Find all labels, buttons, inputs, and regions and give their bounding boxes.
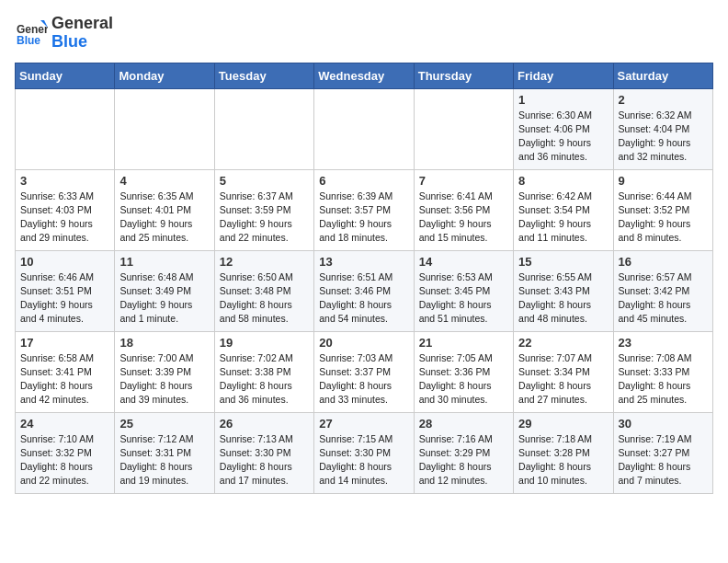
col-header-tuesday: Tuesday <box>214 63 313 88</box>
col-header-wednesday: Wednesday <box>314 63 414 88</box>
day-cell: 24Sunrise: 7:10 AM Sunset: 3:32 PM Dayli… <box>16 412 115 493</box>
day-number: 19 <box>220 336 309 350</box>
day-number: 16 <box>619 255 708 269</box>
day-cell: 30Sunrise: 7:19 AM Sunset: 3:27 PM Dayli… <box>613 412 712 493</box>
day-cell: 4Sunrise: 6:35 AM Sunset: 4:01 PM Daylig… <box>115 169 214 250</box>
day-cell: 9Sunrise: 6:44 AM Sunset: 3:52 PM Daylig… <box>613 169 712 250</box>
week-row-3: 10Sunrise: 6:46 AM Sunset: 3:51 PM Dayli… <box>16 250 713 331</box>
week-row-2: 3Sunrise: 6:33 AM Sunset: 4:03 PM Daylig… <box>16 169 713 250</box>
day-info: Sunrise: 6:41 AM Sunset: 3:56 PM Dayligh… <box>419 190 508 246</box>
day-info: Sunrise: 6:53 AM Sunset: 3:45 PM Dayligh… <box>419 270 508 327</box>
day-cell: 3Sunrise: 6:33 AM Sunset: 4:03 PM Daylig… <box>16 169 115 250</box>
day-info: Sunrise: 7:02 AM Sunset: 3:38 PM Dayligh… <box>220 351 309 408</box>
col-header-friday: Friday <box>514 63 613 88</box>
day-info: Sunrise: 7:10 AM Sunset: 3:32 PM Dayligh… <box>20 432 109 488</box>
day-cell: 16Sunrise: 6:57 AM Sunset: 3:42 PM Dayli… <box>613 250 712 331</box>
day-cell: 7Sunrise: 6:41 AM Sunset: 3:56 PM Daylig… <box>414 169 513 250</box>
day-cell: 2Sunrise: 6:32 AM Sunset: 4:04 PM Daylig… <box>613 88 712 169</box>
day-info: Sunrise: 6:48 AM Sunset: 3:49 PM Dayligh… <box>119 270 209 327</box>
day-number: 24 <box>20 417 109 431</box>
day-number: 27 <box>319 417 408 431</box>
day-number: 2 <box>619 93 708 107</box>
day-cell: 25Sunrise: 7:12 AM Sunset: 3:31 PM Dayli… <box>115 412 214 493</box>
day-number: 14 <box>419 255 508 269</box>
day-info: Sunrise: 6:44 AM Sunset: 3:52 PM Dayligh… <box>619 190 708 246</box>
day-info: Sunrise: 7:18 AM Sunset: 3:28 PM Dayligh… <box>518 432 608 488</box>
calendar-table: SundayMondayTuesdayWednesdayThursdayFrid… <box>15 63 713 494</box>
day-number: 3 <box>20 174 109 188</box>
day-info: Sunrise: 7:08 AM Sunset: 3:33 PM Dayligh… <box>619 351 708 408</box>
day-number: 13 <box>319 255 408 269</box>
day-number: 10 <box>20 255 109 269</box>
col-header-monday: Monday <box>115 63 214 88</box>
day-info: Sunrise: 6:33 AM Sunset: 4:03 PM Dayligh… <box>20 190 109 246</box>
day-info: Sunrise: 6:51 AM Sunset: 3:46 PM Dayligh… <box>319 270 408 327</box>
day-cell: 5Sunrise: 6:37 AM Sunset: 3:59 PM Daylig… <box>214 169 313 250</box>
day-cell: 22Sunrise: 7:07 AM Sunset: 3:34 PM Dayli… <box>514 331 613 412</box>
day-cell: 29Sunrise: 7:18 AM Sunset: 3:28 PM Dayli… <box>514 412 613 493</box>
day-cell: 15Sunrise: 6:55 AM Sunset: 3:43 PM Dayli… <box>514 250 613 331</box>
day-cell: 23Sunrise: 7:08 AM Sunset: 3:33 PM Dayli… <box>613 331 712 412</box>
day-cell: 27Sunrise: 7:15 AM Sunset: 3:30 PM Dayli… <box>314 412 414 493</box>
day-number: 9 <box>619 174 708 188</box>
day-number: 20 <box>319 336 408 350</box>
day-number: 5 <box>220 174 309 188</box>
day-cell: 12Sunrise: 6:50 AM Sunset: 3:48 PM Dayli… <box>214 250 313 331</box>
day-cell: 1Sunrise: 6:30 AM Sunset: 4:06 PM Daylig… <box>514 88 613 169</box>
day-info: Sunrise: 7:03 AM Sunset: 3:37 PM Dayligh… <box>319 351 408 408</box>
day-number: 12 <box>220 255 309 269</box>
day-info: Sunrise: 6:50 AM Sunset: 3:48 PM Dayligh… <box>220 270 309 327</box>
day-number: 28 <box>419 417 508 431</box>
day-number: 22 <box>518 336 608 350</box>
col-header-thursday: Thursday <box>414 63 513 88</box>
day-info: Sunrise: 6:35 AM Sunset: 4:01 PM Dayligh… <box>119 190 209 246</box>
day-number: 26 <box>220 417 309 431</box>
day-cell: 11Sunrise: 6:48 AM Sunset: 3:49 PM Dayli… <box>115 250 214 331</box>
week-row-4: 17Sunrise: 6:58 AM Sunset: 3:41 PM Dayli… <box>16 331 713 412</box>
day-info: Sunrise: 6:32 AM Sunset: 4:04 PM Dayligh… <box>619 109 708 165</box>
day-info: Sunrise: 6:42 AM Sunset: 3:54 PM Dayligh… <box>518 190 608 246</box>
day-cell: 8Sunrise: 6:42 AM Sunset: 3:54 PM Daylig… <box>514 169 613 250</box>
day-cell: 13Sunrise: 6:51 AM Sunset: 3:46 PM Dayli… <box>314 250 414 331</box>
day-cell <box>414 88 513 169</box>
day-number: 23 <box>619 336 708 350</box>
logo-text: General Blue <box>51 15 113 52</box>
day-cell: 14Sunrise: 6:53 AM Sunset: 3:45 PM Dayli… <box>414 250 513 331</box>
day-info: Sunrise: 6:30 AM Sunset: 4:06 PM Dayligh… <box>518 109 608 165</box>
day-info: Sunrise: 6:37 AM Sunset: 3:59 PM Dayligh… <box>220 190 309 246</box>
logo-icon: General Blue <box>15 17 48 50</box>
day-info: Sunrise: 6:58 AM Sunset: 3:41 PM Dayligh… <box>20 351 109 408</box>
day-info: Sunrise: 7:13 AM Sunset: 3:30 PM Dayligh… <box>220 432 309 488</box>
day-cell: 10Sunrise: 6:46 AM Sunset: 3:51 PM Dayli… <box>16 250 115 331</box>
day-info: Sunrise: 7:05 AM Sunset: 3:36 PM Dayligh… <box>419 351 508 408</box>
day-info: Sunrise: 7:07 AM Sunset: 3:34 PM Dayligh… <box>518 351 608 408</box>
day-info: Sunrise: 7:16 AM Sunset: 3:29 PM Dayligh… <box>419 432 508 488</box>
day-cell: 21Sunrise: 7:05 AM Sunset: 3:36 PM Dayli… <box>414 331 513 412</box>
week-row-1: 1Sunrise: 6:30 AM Sunset: 4:06 PM Daylig… <box>16 88 713 169</box>
day-cell: 18Sunrise: 7:00 AM Sunset: 3:39 PM Dayli… <box>115 331 214 412</box>
logo: General Blue General Blue <box>15 15 113 52</box>
day-number: 25 <box>119 417 209 431</box>
day-number: 1 <box>518 93 608 107</box>
day-cell: 17Sunrise: 6:58 AM Sunset: 3:41 PM Dayli… <box>16 331 115 412</box>
day-number: 11 <box>119 255 209 269</box>
day-number: 7 <box>419 174 508 188</box>
day-cell: 26Sunrise: 7:13 AM Sunset: 3:30 PM Dayli… <box>214 412 313 493</box>
day-info: Sunrise: 7:00 AM Sunset: 3:39 PM Dayligh… <box>119 351 209 408</box>
header-row: SundayMondayTuesdayWednesdayThursdayFrid… <box>16 63 713 88</box>
day-cell: 6Sunrise: 6:39 AM Sunset: 3:57 PM Daylig… <box>314 169 414 250</box>
day-cell <box>214 88 313 169</box>
day-number: 6 <box>319 174 408 188</box>
day-cell <box>115 88 214 169</box>
day-cell: 28Sunrise: 7:16 AM Sunset: 3:29 PM Dayli… <box>414 412 513 493</box>
day-cell <box>314 88 414 169</box>
day-number: 18 <box>119 336 209 350</box>
col-header-saturday: Saturday <box>613 63 712 88</box>
week-row-5: 24Sunrise: 7:10 AM Sunset: 3:32 PM Dayli… <box>16 412 713 493</box>
day-info: Sunrise: 6:46 AM Sunset: 3:51 PM Dayligh… <box>20 270 109 327</box>
day-cell: 20Sunrise: 7:03 AM Sunset: 3:37 PM Dayli… <box>314 331 414 412</box>
svg-text:Blue: Blue <box>17 34 40 47</box>
day-number: 30 <box>619 417 708 431</box>
day-number: 15 <box>518 255 608 269</box>
day-info: Sunrise: 7:12 AM Sunset: 3:31 PM Dayligh… <box>119 432 209 488</box>
